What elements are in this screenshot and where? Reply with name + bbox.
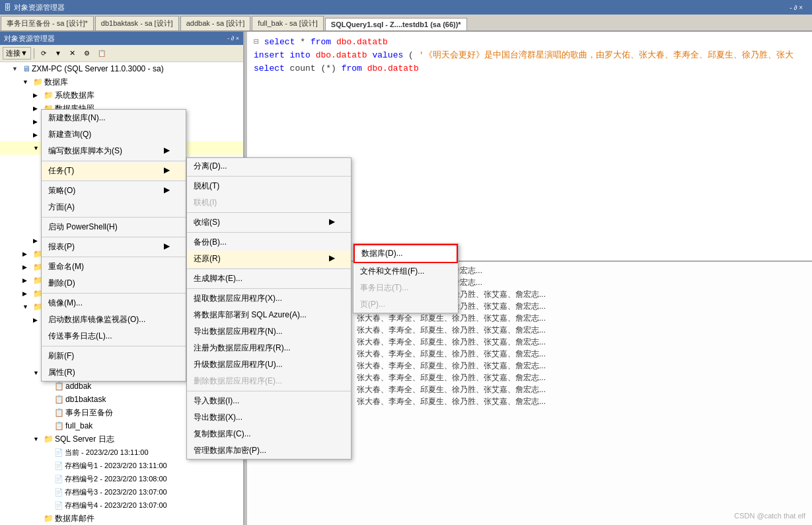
log-4-label: 存档编号4 - 2023/2/20 13:07:00 (65, 499, 167, 511)
sysdb-label: 系统数据库 (55, 89, 94, 101)
log-3-label: 存档编号3 - 2023/2/20 13:07:00 (65, 486, 167, 498)
toolbar-btn-4[interactable]: ⚙ (81, 47, 94, 60)
sub2-files[interactable]: 文件和文件组(F)... (353, 263, 458, 280)
sub1-upgrade-dac[interactable]: 升级数据层应用程序(U)... (187, 356, 351, 373)
sqllog-label: SQL Server 日志 (55, 433, 114, 445)
filter-button[interactable]: ▼ (52, 47, 65, 60)
tab-1[interactable]: db1baktask - sa [设计] (95, 16, 179, 30)
sub1-offline[interactable]: 脱机(T) (187, 178, 351, 194)
ctx-powershell[interactable]: 启动 PowerShell(H) (42, 219, 186, 235)
ctx-script-db[interactable]: 编写数据库脚本为(S) ▶ (42, 143, 186, 159)
sub1-backup[interactable]: 备份(B)... (187, 234, 351, 251)
tree-root-label: ZXM-PC (SQL Server 11.0.3000 - sa) (32, 63, 164, 75)
ctx-mirror-monitor[interactable]: 启动数据库镜像监视器(O)... (42, 311, 186, 328)
submenu-restore[interactable]: 数据库(D)... 文件和文件组(F)... 事务日志(T)... 页(P)..… (353, 243, 459, 313)
sub1-deploy-azure[interactable]: 将数据库部署到 SQL Azure(A)... (187, 307, 351, 323)
tree-log-3[interactable]: 📄 存档编号3 - 2023/2/20 13:07:00 (0, 485, 243, 499)
fullbak-label: full_bak (65, 420, 92, 432)
query-line-1: ⊟ select * from dbo.datatb (254, 36, 805, 49)
ctx-new-query[interactable]: 新建查询(Q) (42, 126, 186, 143)
log-1-label: 存档编号1 - 2023/2/20 13:11:00 (65, 460, 167, 471)
toolbar-btn-3[interactable]: ✕ (66, 47, 79, 60)
ctx-reports[interactable]: 报表(P) ▶ (42, 239, 186, 255)
log-cur-label: 当前 - 2023/2/20 13:11:00 (65, 446, 149, 458)
sub1-register-dac[interactable]: 注册为数据层应用程序(R)... (187, 340, 351, 356)
panel-controls: - ∂ × (227, 35, 239, 42)
tab-3[interactable]: full_bak - sa [设计] (252, 16, 323, 30)
panel-title: 对象资源管理器 (4, 34, 55, 44)
folder-icon-mail: 📁 (44, 512, 54, 524)
tree-system-db[interactable]: ▶ 📁 系统数据库 (0, 89, 243, 102)
databases-label: 数据库 (44, 76, 68, 88)
ctx-delete[interactable]: 删除(D) (42, 275, 186, 292)
root-expander[interactable]: ▼ (12, 63, 22, 75)
databases-expander[interactable]: ▼ (22, 76, 33, 88)
connect-button[interactable]: 连接▼ (3, 47, 31, 60)
tab-0[interactable]: 事务日至备份 - sa [设计]* (1, 16, 94, 30)
tab-2[interactable]: addbak - sa [设计] (180, 16, 251, 30)
tree-dbmail[interactable]: 📁 数据库邮件 (0, 512, 243, 525)
ctx-rename[interactable]: 重命名(M) (42, 259, 186, 275)
tree-log-4[interactable]: 📄 存档编号4 - 2023/2/20 13:07:00 (0, 499, 243, 512)
db1bak-label: db1baktask (65, 393, 106, 405)
dbmail-label: 数据库邮件 (55, 512, 94, 524)
ctx-policy[interactable]: 策略(O) ▶ (42, 182, 186, 199)
explorer-toolbar: 连接▼ ⟳ ▼ ✕ ⚙ 📋 (0, 45, 243, 62)
sub2-db[interactable]: 数据库(D)... (353, 244, 458, 263)
log-icon-cur: 📄 (54, 446, 63, 458)
ctx-props[interactable]: 属性(R) (42, 364, 186, 381)
panel-header: 对象资源管理器 - ∂ × (0, 32, 243, 45)
tree-root[interactable]: ▼ 🖥 ZXM-PC (SQL Server 11.0.3000 - sa) (0, 62, 243, 75)
txlog-label: 事务日至备份 (65, 407, 113, 419)
context-menu-main[interactable]: 新建数据库(N)... 新建查询(Q) 编写数据库脚本为(S) ▶ 任务(T) … (41, 109, 186, 382)
sub2-page[interactable]: 页(P)... (353, 296, 458, 313)
sub1-encrypt[interactable]: 管理数据库加密(P)... (187, 442, 351, 459)
sub1-extract-dac[interactable]: 提取数据层应用程序(X)... (187, 290, 351, 307)
sub1-online[interactable]: 联机(I) (187, 194, 351, 211)
server-icon: 🖥 (22, 63, 30, 75)
tree-databases[interactable]: ▼ 📁 数据库 (0, 75, 243, 89)
tab-4[interactable]: SQLQuery1.sql - Z....testdb1 (sa (66))* (325, 18, 467, 30)
window-dock-label: - ∂ × (790, 4, 803, 11)
log-icon-1: 📄 (54, 460, 63, 471)
query-line-3: select count (*) from dbo.datatb (254, 62, 805, 75)
ctx-txlog[interactable]: 传送事务日志(L)... (42, 328, 186, 344)
sub2-txlog[interactable]: 事务日志(T)... (353, 280, 458, 296)
log-icon-2: 📄 (54, 473, 63, 485)
folder-icon-sys: 📁 (44, 89, 54, 101)
sub1-genscript[interactable]: 生成脚本(E)... (187, 270, 351, 287)
sub1-copy-db[interactable]: 复制数据库(C)... (187, 426, 351, 442)
ctx-new-db[interactable]: 新建数据库(N)... (42, 110, 186, 126)
ctx-mirror[interactable]: 镜像(M)... (42, 295, 186, 311)
ctx-refresh[interactable]: 刷新(F) (42, 348, 186, 364)
window-title: 对象资源管理器 (14, 3, 65, 13)
window-icon: 🗄 (4, 3, 11, 11)
ctx-task[interactable]: 任务(T) ▶ (42, 163, 186, 179)
submenu-task[interactable]: 分离(D)... 脱机(T) 联机(I) 收缩(S) ▶ 备份(B)... 还原… (186, 157, 351, 460)
toolbar-btn-1[interactable]: ⟳ (37, 47, 50, 60)
sub1-export-dac[interactable]: 导出数据层应用程序(N)... (187, 323, 351, 340)
log-icon-3: 📄 (54, 486, 63, 498)
addbak-label: addbak (65, 380, 91, 392)
sub1-delete-dac[interactable]: 删除数据层应用程序(E)... (187, 373, 351, 389)
ctx-facets[interactable]: 方面(A) (42, 199, 186, 216)
folder-icon-log: 📁 (44, 433, 54, 445)
toolbar-btn-5[interactable]: 📋 (95, 47, 108, 60)
log-icon-4: 📄 (54, 499, 63, 511)
query-line-2: insert into dbo.datatb values ( '《明天会更好》… (254, 49, 805, 62)
sub1-shrink[interactable]: 收缩(S) ▶ (187, 214, 351, 231)
sub1-import[interactable]: 导入数据(I)... (187, 393, 351, 409)
csdn-watermark: CSDN @catch that elf (734, 512, 805, 520)
tree-log-1[interactable]: 📄 存档编号1 - 2023/2/20 13:11:00 (0, 459, 243, 472)
task-icon-txlog: 📋 (54, 407, 64, 419)
sub1-restore[interactable]: 还原(R) ▶ (187, 251, 351, 267)
tree-log-2[interactable]: 📄 存档编号2 - 2023/2/20 13:08:00 (0, 472, 243, 485)
task-icon-db1bak: 📋 (54, 393, 64, 405)
sub1-detach[interactable]: 分离(D)... (187, 158, 351, 175)
log-2-label: 存档编号2 - 2023/2/20 13:08:00 (65, 473, 167, 485)
folder-icon: 📁 (33, 76, 43, 88)
task-icon-full: 📋 (54, 420, 64, 432)
sub1-export[interactable]: 导出数据(X)... (187, 409, 351, 426)
task-icon-addbak: 📋 (54, 380, 64, 392)
